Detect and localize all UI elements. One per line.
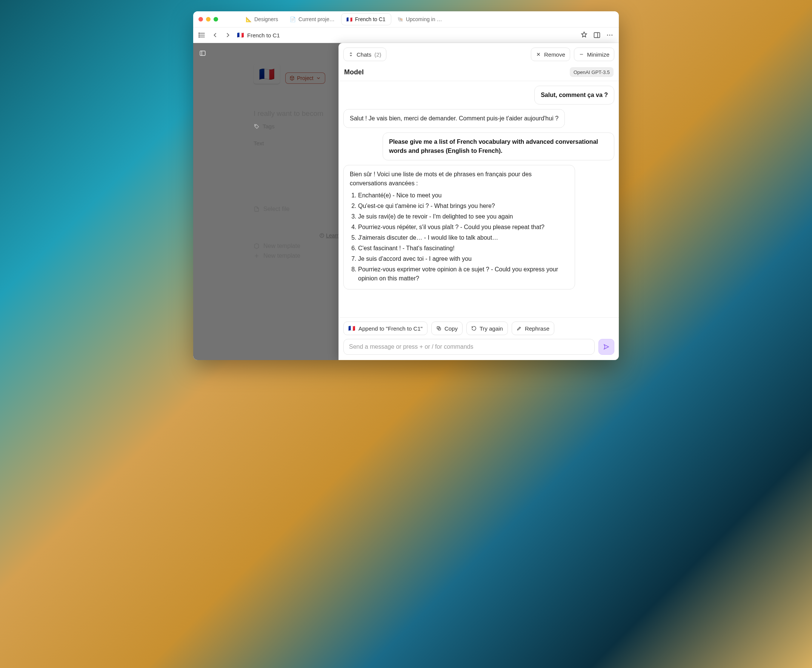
more-menu-button[interactable]: [606, 31, 614, 39]
svg-point-8: [607, 35, 608, 36]
chat-message-assistant: Bien sûr ! Voici une liste de mots et de…: [343, 165, 575, 289]
retry-icon: [471, 326, 477, 331]
assistant-list: Enchanté(e) - Nice to meet you Qu'est-ce…: [350, 191, 569, 283]
outline-toggle-button[interactable]: [198, 31, 206, 39]
window-controls: [198, 17, 218, 22]
back-button[interactable]: [211, 31, 219, 39]
send-button[interactable]: [599, 339, 614, 355]
breadcrumb[interactable]: 🇫🇷 French to C1: [237, 32, 280, 38]
list-item: Enchanté(e) - Nice to meet you: [358, 191, 569, 200]
retry-label: Try again: [480, 325, 503, 332]
flag-icon: 🇫🇷: [348, 325, 355, 332]
assistant-intro: Bien sûr ! Voici une liste de mots et de…: [350, 170, 569, 188]
chats-dropdown[interactable]: Chats (2): [343, 48, 386, 61]
chat-action-bar: 🇫🇷 Append to "French to C1" Copy Try aga…: [339, 317, 619, 339]
svg-point-9: [609, 35, 610, 36]
copy-button[interactable]: Copy: [431, 322, 463, 335]
list-item: C'est fascinant ! - That's fascinating!: [358, 244, 569, 253]
close-window-button[interactable]: [198, 17, 203, 22]
app-window: 📐 Designers 📄 Current proje… 🇫🇷 French t…: [193, 11, 619, 360]
append-label: Append to "French to C1": [358, 325, 423, 332]
rephrase-label: Rephrase: [525, 325, 549, 332]
list-item: Je suis ravi(e) de te revoir - I'm delig…: [358, 212, 569, 221]
minimize-label: Minimize: [587, 51, 609, 58]
chat-input[interactable]: [343, 339, 595, 355]
flag-icon: 🇫🇷: [237, 32, 244, 38]
tab-label: French to C1: [355, 16, 386, 22]
svg-point-4: [199, 35, 200, 35]
remove-chat-button[interactable]: Remove: [531, 48, 570, 61]
chat-scroll[interactable]: Salut, comment ça va ? Salut ! Je vais b…: [339, 81, 619, 317]
pencil-icon: [517, 326, 522, 331]
chat-input-row: [339, 339, 619, 360]
forward-button[interactable]: [224, 31, 232, 39]
document-icon: 📄: [290, 17, 295, 22]
svg-point-3: [199, 33, 200, 33]
panel-toggle-button[interactable]: [593, 31, 601, 39]
list-item: Pourriez-vous exprimer votre opinion à c…: [358, 265, 569, 283]
chat-panel-header: Chats (2) Remove Minimize: [339, 43, 619, 66]
tab-label: Designers: [254, 16, 278, 22]
chats-label: Chats: [357, 51, 371, 58]
svg-point-10: [612, 35, 613, 36]
copy-label: Copy: [445, 325, 458, 332]
chat-message-assistant: Salut ! Je vais bien, merci de demander.…: [343, 109, 565, 128]
minimize-window-button[interactable]: [206, 17, 210, 22]
tab-designers[interactable]: 📐 Designers: [241, 13, 283, 25]
tab-current-project[interactable]: 📄 Current proje…: [285, 13, 340, 25]
tab-label: Upcoming in …: [406, 16, 442, 22]
ruler-icon: 📐: [246, 17, 251, 22]
append-button[interactable]: 🇫🇷 Append to "French to C1": [343, 322, 427, 335]
rephrase-button[interactable]: Rephrase: [512, 322, 554, 335]
svg-point-13: [255, 125, 256, 126]
model-label: Model: [344, 68, 364, 76]
chats-count: (2): [374, 51, 381, 58]
pin-button[interactable]: [580, 31, 588, 39]
breadcrumb-label: French to C1: [247, 32, 280, 38]
list-item: Je suis d'accord avec toi - I agree with…: [358, 254, 569, 264]
minus-icon: [579, 52, 584, 57]
copy-icon: [436, 326, 442, 331]
chat-message-user: Salut, comment ça va ?: [534, 86, 614, 105]
updown-icon: [348, 52, 353, 57]
tab-label: Current proje…: [298, 16, 335, 22]
svg-point-5: [199, 37, 200, 37]
minimize-chat-button[interactable]: Minimize: [574, 48, 614, 61]
provider-chip[interactable]: OpenAI GPT-3.5: [570, 67, 614, 77]
chat-message-user: Please give me a list of French vocabula…: [383, 132, 614, 160]
close-icon: [536, 52, 541, 57]
svg-rect-11: [200, 51, 205, 55]
chat-panel: Chats (2) Remove Minimize Model OpenAI G…: [338, 43, 619, 360]
editor-canvas: 🇫🇷 Project French to C1 I really want to…: [193, 43, 619, 360]
list-item: Pourriez-vous répéter, s'il vous plaît ?…: [358, 223, 569, 232]
remove-label: Remove: [544, 51, 565, 58]
zoom-window-button[interactable]: [213, 17, 218, 22]
model-row: Model OpenAI GPT-3.5: [339, 66, 619, 81]
send-icon: [603, 344, 610, 350]
list-item: Qu'est-ce qui t'amène ici ? - What bring…: [358, 202, 569, 210]
svg-rect-6: [594, 32, 600, 37]
retry-button[interactable]: Try again: [466, 322, 508, 335]
shell-icon: 🐚: [398, 17, 403, 22]
list-item: J'aimerais discuter de… - I would like t…: [358, 233, 569, 242]
tab-french-to-c1[interactable]: 🇫🇷 French to C1: [342, 13, 391, 25]
flag-icon: 🇫🇷: [347, 17, 352, 22]
sidebar-toggle-button[interactable]: [199, 50, 206, 58]
tag-icon: [253, 124, 260, 129]
tab-upcoming[interactable]: 🐚 Upcoming in …: [392, 13, 447, 25]
titlebar: 📐 Designers 📄 Current proje… 🇫🇷 French t…: [193, 11, 619, 28]
tab-bar: 📐 Designers 📄 Current proje… 🇫🇷 French t…: [241, 13, 614, 25]
toolbar: 🇫🇷 French to C1: [193, 28, 619, 43]
